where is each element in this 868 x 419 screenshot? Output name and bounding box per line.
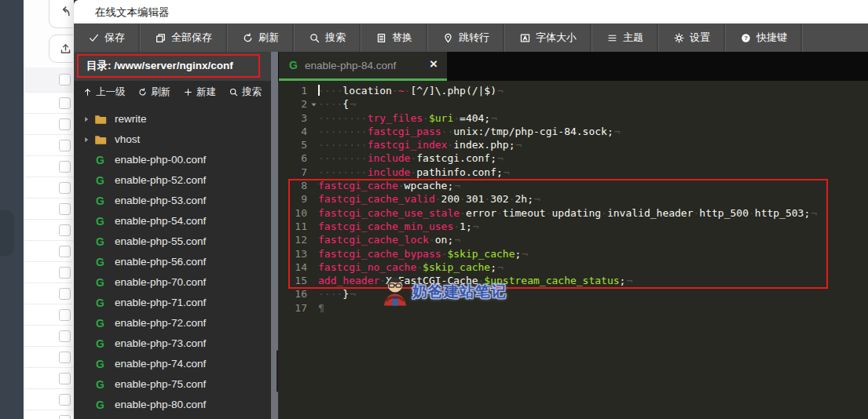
conf-file-icon: G <box>96 297 104 308</box>
toolbar-replace-button[interactable]: 替换 <box>361 24 428 52</box>
table-row <box>24 177 73 199</box>
table-row <box>24 220 73 241</box>
table-row <box>24 114 73 135</box>
table-row <box>24 199 73 220</box>
row-checkbox[interactable] <box>59 203 71 215</box>
tree-file-item[interactable]: G enable-php-56.conf <box>74 252 271 272</box>
toolbar-goto-line-button[interactable]: 跳转行 <box>428 24 505 52</box>
toolbar-refresh-button[interactable]: 刷新 <box>228 24 295 52</box>
row-checkbox[interactable] <box>59 330 71 342</box>
file-name: enable-php-80.conf <box>115 399 206 410</box>
tree-file-item-partial[interactable]: G <box>74 415 271 419</box>
tree-file-item[interactable]: G enable-php-74.conf <box>74 354 271 374</box>
tree-file-item[interactable]: G enable-php-72.conf <box>74 313 271 333</box>
modal-title: 在线文本编辑器 <box>95 5 170 20</box>
table-row <box>24 347 73 368</box>
tree-file-item[interactable]: G enable-php-70.conf <box>74 272 271 293</box>
tree-file-item[interactable]: G enable-php-54.conf <box>74 211 271 231</box>
table-row <box>24 241 73 262</box>
replace-icon <box>376 33 386 43</box>
tree-file-item[interactable]: G enable-php-52.conf <box>74 170 271 191</box>
watermark: 奶爸建站笔记 <box>381 274 507 307</box>
row-checkbox[interactable] <box>59 415 71 419</box>
file-name: enable-php-00.conf <box>115 154 206 166</box>
theme-icon <box>607 33 617 43</box>
font-size-icon <box>520 33 530 43</box>
tab-enable-php-84[interactable]: G enable-php-84.conf × <box>279 52 447 81</box>
file-name: enable-php-72.conf <box>115 317 206 329</box>
row-checkbox[interactable] <box>59 161 71 173</box>
tree-refresh-button[interactable]: 刷新 <box>138 86 170 99</box>
tree-file-item[interactable]: G enable-php-80.conf <box>74 395 271 415</box>
back-arrow-icon <box>60 5 71 17</box>
folder-name: vhost <box>115 133 140 145</box>
toolbar-save-all-button[interactable]: 全部保存 <box>141 24 228 52</box>
row-checkbox[interactable] <box>59 118 71 130</box>
gear-icon <box>674 33 684 43</box>
row-checkbox[interactable] <box>59 267 71 279</box>
line-number: 7 <box>278 166 307 179</box>
tree-search-button[interactable]: 搜索 <box>229 86 262 99</box>
toolbar-font-size-button[interactable]: 字体大小 <box>505 24 592 52</box>
code-editor[interactable]: 1····location·~·[^/]\.php(/|$)¬2····{¬3·… <box>278 81 868 419</box>
row-checkbox[interactable] <box>59 352 71 363</box>
toolbar-theme-button[interactable]: 主题 <box>592 24 659 52</box>
toolbar-settings-button[interactable]: 设置 <box>659 24 726 52</box>
toolbar-button-label: 替换 <box>392 31 412 45</box>
file-table-rows <box>24 67 73 419</box>
row-checkbox[interactable] <box>59 140 71 151</box>
code-line: 16····}¬ <box>278 287 868 301</box>
row-checkbox[interactable] <box>59 288 71 300</box>
code-text: ········include·pathinfo.conf;¬ <box>318 166 510 179</box>
toolbar-button-label: 搜索 <box>325 31 346 45</box>
row-checkbox[interactable] <box>59 182 71 194</box>
save-icon <box>89 33 99 43</box>
tree-file-item[interactable]: G enable-php-53.conf <box>74 191 271 211</box>
tree-file-item[interactable]: G enable-php-75.conf <box>74 374 271 395</box>
code-line: 7········include·pathinfo.conf;¬ <box>278 166 868 179</box>
fold-caret-icon[interactable] <box>310 101 317 108</box>
tree-folder-vhost[interactable]: vhost <box>74 129 271 150</box>
code-text: ········try_files·$uri·=404;¬ <box>318 111 497 125</box>
code-text: ········include·fastcgi.conf;¬ <box>318 151 504 165</box>
table-row <box>24 135 73 156</box>
file-name: enable-php-54.conf <box>115 215 206 227</box>
row-checkbox[interactable] <box>59 309 71 321</box>
save-all-icon <box>156 33 166 43</box>
code-line: 2····{¬ <box>278 97 868 111</box>
help-icon: ? <box>741 33 751 43</box>
row-checkbox[interactable] <box>59 74 71 86</box>
toolbar-save-button[interactable]: 保存 <box>74 24 141 52</box>
table-row <box>24 156 73 177</box>
line-number: 5 <box>278 138 307 151</box>
table-header-row <box>24 67 73 93</box>
file-name: enable-php-52.conf <box>115 174 206 186</box>
tree-file-item[interactable]: G enable-php-55.conf <box>74 231 271 252</box>
caret-right-icon[interactable] <box>82 136 90 144</box>
tab-bar: G enable-php-84.conf × <box>278 52 868 81</box>
row-checkbox[interactable] <box>59 97 71 109</box>
table-row <box>24 326 73 347</box>
row-checkbox[interactable] <box>59 224 71 236</box>
conf-file-icon: G <box>96 379 104 390</box>
tree-folder-rewrite[interactable]: rewrite <box>74 109 271 129</box>
caret-right-icon[interactable] <box>82 115 90 123</box>
code-text: ····location·~·[^/]\.php(/|$)¬ <box>318 84 504 97</box>
tree-file-item[interactable]: G enable-php-00.conf <box>74 150 271 170</box>
search-icon <box>309 33 320 43</box>
toolbar-search-button[interactable]: 搜索 <box>295 24 361 52</box>
toolbar-button-label: 设置 <box>690 31 710 45</box>
tree-file-item[interactable]: G enable-php-71.conf <box>74 293 271 313</box>
file-name: enable-php-74.conf <box>115 358 206 370</box>
upload-icon <box>60 43 71 55</box>
tab-close-icon[interactable]: × <box>430 56 438 72</box>
row-checkbox[interactable] <box>59 394 71 406</box>
tree-up-button[interactable]: 上一级 <box>83 86 126 99</box>
tree-new-button[interactable]: 新建 <box>184 86 216 99</box>
toolbar-hotkeys-button[interactable]: ?快捷键 <box>726 24 803 52</box>
row-checkbox[interactable] <box>59 373 71 384</box>
row-checkbox[interactable] <box>59 246 71 257</box>
conf-file-icon: G <box>96 216 104 227</box>
conf-file-icon: G <box>96 338 104 349</box>
tree-file-item[interactable]: G enable-php-73.conf <box>74 333 271 354</box>
